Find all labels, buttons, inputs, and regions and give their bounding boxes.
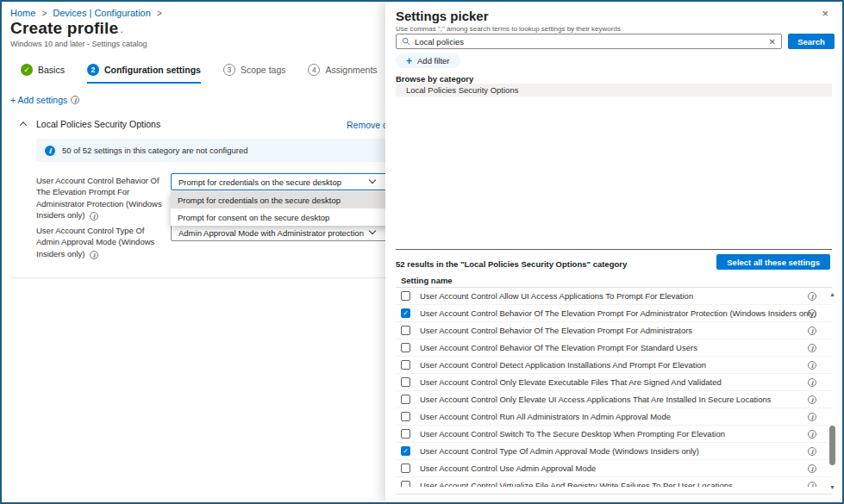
setting-name-column-header: Setting name (401, 276, 453, 285)
checkbox-unchecked[interactable] (401, 377, 410, 387)
step-label: Assignments (325, 65, 377, 75)
category-item-local-policies-security-options[interactable]: Local Policies Security Options (396, 84, 832, 96)
info-icon[interactable]: i (808, 327, 816, 335)
banner-text: 50 of 52 settings in this category are n… (62, 146, 247, 155)
setting-row-label: User Account Control Only Elevate UI Acc… (420, 395, 771, 404)
setting-row: ✓User Account Control Type Of Admin Appr… (396, 443, 832, 460)
uac-behavior-dropdown-flyout: Prompt for credentials on the secure des… (171, 191, 395, 226)
checkbox-unchecked[interactable] (401, 429, 410, 439)
add-settings-label: + Add settings (10, 95, 67, 105)
step-configuration-settings[interactable]: 2 Configuration settings (87, 64, 201, 84)
checkbox-unchecked[interactable] (401, 464, 410, 473)
checkbox-unchecked[interactable] (401, 326, 410, 335)
info-icon[interactable]: i (808, 309, 816, 318)
step-done-check-icon: ✓ (21, 64, 33, 76)
scrollbar-thumb[interactable] (829, 426, 835, 465)
setting-row-label: User Account Control Detect Application … (420, 360, 706, 370)
info-icon[interactable]: i (808, 395, 816, 404)
checkbox-checked[interactable]: ✓ (401, 446, 410, 456)
setting-row-label: User Account Control Run All Administrat… (420, 412, 671, 421)
setting-row-label: User Account Control Type Of Admin Appro… (420, 446, 699, 456)
info-icon: i (90, 212, 98, 221)
step-number: 4 (308, 64, 320, 76)
step-number: 2 (87, 64, 99, 76)
setting-row-label: User Account Control Allow UI Access App… (420, 291, 693, 301)
list-scrollbar[interactable]: ▲ ▼ (828, 291, 836, 490)
info-icon: i (45, 146, 55, 156)
setting-row: User Account Control Switch To The Secur… (396, 426, 832, 443)
scroll-down-icon[interactable]: ▼ (828, 484, 836, 490)
checkbox-checked[interactable]: ✓ (401, 308, 410, 318)
checkbox-unchecked[interactable] (401, 395, 410, 404)
info-icon[interactable]: i (808, 361, 816, 370)
setting-row: User Account Control Allow UI Access App… (396, 288, 832, 305)
panel-title: Settings picker (396, 9, 489, 23)
uac-admin-approval-dropdown[interactable]: Admin Approval Mode with Administrator p… (171, 224, 395, 241)
results-count-text: 52 results in the "Local Policies Securi… (396, 259, 627, 269)
setting-row: User Account Control Virtualize File And… (396, 477, 832, 487)
add-filter-label: Add filter (417, 56, 450, 65)
dropdown-value: Prompt for credentials on the secure des… (178, 177, 341, 187)
page-subtitle: Windows 10 and later - Settings catalog (10, 40, 147, 48)
chevron-up-icon (20, 121, 27, 128)
breadcrumb: Home > Devices | Configuration > (10, 8, 166, 18)
setting-row-label: User Account Control Only Elevate Execut… (420, 377, 722, 387)
step-scope-tags[interactable]: 3 Scope tags (223, 64, 286, 82)
select-all-settings-button[interactable]: Select all these settings (716, 254, 830, 270)
setting-row: ✓User Account Control Behavior Of The El… (396, 305, 832, 322)
search-button[interactable]: Search (788, 34, 835, 49)
setting-row-label: User Account Control Virtualize File And… (420, 481, 733, 487)
setting-row: User Account Control Use Admin Approval … (396, 460, 832, 477)
setting-row-label: User Account Control Behavior Of The Ele… (420, 308, 816, 318)
setting-label-uac-admin-approval-mode: User Account Control Type Of Admin Appro… (36, 225, 167, 259)
checkbox-unchecked[interactable] (401, 343, 410, 352)
step-label: Configuration settings (104, 65, 201, 75)
info-icon[interactable]: i (808, 430, 816, 439)
setting-row: User Account Control Only Elevate UI Acc… (396, 391, 832, 408)
info-icon[interactable]: i (808, 413, 816, 421)
setting-row: User Account Control Behavior Of The Ele… (396, 339, 832, 357)
dropdown-value: Admin Approval Mode with Administrator p… (178, 228, 364, 238)
step-label: Scope tags (241, 65, 286, 75)
breadcrumb-devices-configuration[interactable]: Devices | Configuration (53, 8, 151, 18)
category-section-header[interactable]: Local Policies Security Options (21, 119, 160, 129)
checkbox-unchecked[interactable] (401, 481, 410, 487)
setting-row: User Account Control Behavior Of The Ele… (396, 322, 832, 339)
info-icon[interactable]: i (808, 344, 816, 352)
info-icon[interactable]: i (808, 447, 816, 456)
info-icon[interactable]: i (808, 292, 816, 301)
step-basics[interactable]: ✓ Basics (21, 64, 65, 82)
setting-row-label: User Account Control Behavior Of The Ele… (420, 343, 697, 352)
clear-search-icon[interactable]: ✕ (769, 37, 776, 47)
setting-row-label: User Account Control Switch To The Secur… (420, 429, 725, 439)
breadcrumb-separator: > (41, 9, 47, 18)
dropdown-option[interactable]: Prompt for consent on the secure desktop (171, 208, 395, 226)
page-title: Create profile (10, 19, 118, 38)
more-menu-icon[interactable]: ... (112, 22, 124, 35)
info-icon[interactable]: i (808, 378, 816, 387)
chevron-down-icon (369, 177, 376, 184)
uac-behavior-dropdown[interactable]: Prompt for credentials on the secure des… (171, 173, 395, 190)
search-input[interactable] (415, 37, 765, 47)
close-icon[interactable]: × (822, 7, 828, 20)
checkbox-unchecked[interactable] (401, 360, 410, 370)
scroll-up-icon[interactable]: ▲ (828, 291, 836, 297)
step-assignments[interactable]: 4 Assignments (308, 64, 377, 82)
results-divider (396, 249, 832, 250)
info-icon[interactable]: i (808, 464, 816, 473)
add-settings-link[interactable]: + Add settings i (10, 95, 79, 105)
browse-by-category-label: Browse by category (396, 74, 473, 84)
checkbox-unchecked[interactable] (401, 412, 410, 421)
breadcrumb-home[interactable]: Home (10, 8, 35, 18)
dropdown-option[interactable]: Prompt for credentials on the secure des… (171, 191, 395, 208)
setting-row-label: User Account Control Use Admin Approval … (420, 464, 596, 473)
info-icon[interactable]: i (808, 482, 816, 487)
settings-list: User Account Control Allow UI Access App… (396, 288, 832, 487)
checkbox-unchecked[interactable] (401, 291, 410, 301)
setting-row-label: User Account Control Behavior Of The Ele… (420, 326, 692, 335)
settings-search-box[interactable]: ✕ (396, 34, 782, 49)
step-number: 3 (223, 64, 235, 76)
not-configured-banner: i 50 of 52 settings in this category are… (36, 139, 390, 162)
step-label: Basics (38, 65, 65, 75)
add-filter-button[interactable]: + Add filter (396, 53, 460, 68)
